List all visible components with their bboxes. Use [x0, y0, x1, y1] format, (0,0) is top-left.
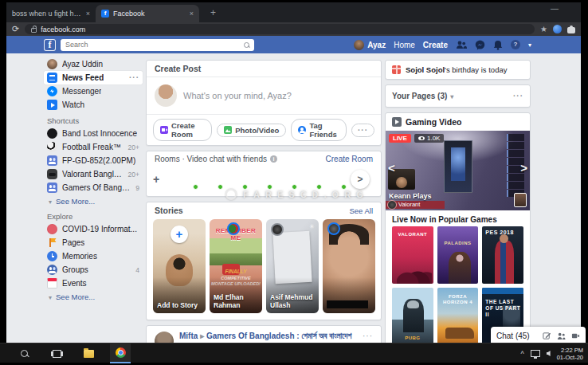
- extension-icon[interactable]: [553, 25, 562, 33]
- create-room-avatar-button[interactable]: [153, 169, 174, 190]
- game-cover-forza-horizon-4[interactable]: FORZA HORIZON 4: [437, 288, 479, 343]
- add-to-story-card[interactable]: Add to Story: [153, 219, 206, 313]
- explore-see-more-link[interactable]: See More...: [44, 290, 143, 303]
- rooms-avatar-row: [147, 167, 381, 196]
- extensions-puzzle-icon[interactable]: [567, 26, 575, 33]
- contacts-icon[interactable]: [557, 332, 566, 340]
- right-column: Sojol Sojol's birthday is today Your Pag…: [385, 60, 531, 343]
- story-card[interactable]: ✳ Asif Mehmud Ullash: [266, 219, 319, 313]
- sidebar-item-band-lost-innocence[interactable]: Band Lost Innocence: [44, 127, 143, 140]
- avatar: [354, 40, 364, 50]
- sidebar-item-fp-gd[interactable]: FP-GD-852(2.00PM): [44, 154, 143, 167]
- room-friend-avatar[interactable]: [326, 169, 347, 190]
- game-cover-pubg[interactable]: PUBG: [392, 288, 433, 343]
- pages-options-icon[interactable]: [513, 92, 523, 100]
- search-box[interactable]: [61, 39, 254, 51]
- room-friend-avatar[interactable]: [276, 169, 297, 190]
- file-explorer-button[interactable]: [78, 343, 99, 363]
- network-display-icon[interactable]: [531, 350, 540, 357]
- post-options-icon[interactable]: [363, 332, 373, 343]
- speaker-icon[interactable]: [547, 351, 551, 356]
- story-card[interactable]: REMEMBER ME FINALLY COMPETITIVE MONTAGE …: [210, 219, 262, 313]
- task-view-button[interactable]: [46, 343, 67, 363]
- sidebar-item-memories[interactable]: Memories: [44, 249, 143, 263]
- covid-icon: [47, 224, 57, 234]
- taskbar-search-button[interactable]: [14, 343, 35, 363]
- video-prev-chevron-icon[interactable]: [388, 161, 395, 175]
- bookmark-star-icon[interactable]: [540, 25, 547, 33]
- birthday-name[interactable]: Sojol Sojol: [406, 65, 445, 74]
- new-message-icon[interactable]: [543, 332, 551, 340]
- video-next-chevron-icon[interactable]: [520, 161, 527, 175]
- create-room-button[interactable]: Create Room: [153, 119, 212, 141]
- game-cover-pes-2018[interactable]: PES 2018: [482, 226, 523, 284]
- sidebar-item-groups[interactable]: Groups 4: [44, 263, 143, 277]
- tab-meme-video[interactable]: boss when u fight him VS th: [6, 5, 96, 22]
- room-friend-avatar[interactable]: [202, 169, 223, 190]
- help-icon[interactable]: ?: [511, 40, 520, 49]
- create-link[interactable]: Create: [423, 41, 448, 49]
- birthday-card[interactable]: Sojol Sojol's birthday is today: [385, 60, 531, 80]
- messenger-icon[interactable]: [475, 40, 485, 50]
- taskbar-clock[interactable]: 2:22 PM 01-Oct-20: [557, 347, 583, 361]
- post-author-avatar[interactable]: [155, 332, 174, 343]
- photo-video-button[interactable]: Photo/Video: [217, 124, 286, 137]
- sidebar-item-pages[interactable]: Pages: [44, 236, 143, 249]
- chrome-taskbar-button[interactable]: [110, 343, 131, 363]
- sidebar-item-football-freak[interactable]: Football Freak™ 20+: [44, 140, 143, 154]
- sidebar-item-gamers-of-bangladesh[interactable]: Gamers Of Bangla... 9: [44, 181, 143, 194]
- tray-expand-icon[interactable]: [520, 350, 523, 358]
- story-card[interactable]: [323, 219, 375, 313]
- sidebar-item-news-feed[interactable]: News Feed: [44, 71, 143, 84]
- sidebar-item-watch[interactable]: Watch: [44, 98, 143, 112]
- create-room-link[interactable]: Create Room: [326, 155, 373, 163]
- reload-icon[interactable]: [12, 25, 19, 33]
- live-video-player[interactable]: LIVE 1.0K Keann Plays Valorant: [386, 131, 530, 210]
- room-friend-avatar[interactable]: [252, 169, 272, 190]
- sidebar-item-valorant-bangladesh[interactable]: Valorant Banglades... 20+: [44, 167, 143, 181]
- groups-icon: [47, 265, 57, 275]
- close-icon[interactable]: [190, 10, 194, 18]
- game-cover-valorant[interactable]: VALORANT: [392, 226, 433, 284]
- sidebar-item-events[interactable]: Events: [44, 277, 143, 290]
- notifications-bell-icon[interactable]: [493, 40, 503, 50]
- profile-link[interactable]: Ayaz: [354, 40, 386, 50]
- your-pages-label[interactable]: Your Pages (3): [392, 92, 447, 100]
- close-icon[interactable]: [86, 10, 90, 18]
- create-post-input[interactable]: What's on your mind, Ayaz?: [147, 77, 381, 114]
- facebook-logo[interactable]: f: [44, 39, 56, 51]
- rooms-next-chevron-icon[interactable]: [351, 170, 370, 189]
- viewer-count: 1.0K: [414, 134, 444, 143]
- tab-facebook[interactable]: f Facebook: [96, 5, 199, 22]
- tag-friends-button[interactable]: Tag Friends: [291, 119, 347, 141]
- info-icon[interactable]: [270, 155, 277, 163]
- room-friend-avatar[interactable]: [178, 169, 198, 190]
- home-link[interactable]: Home: [394, 41, 415, 49]
- video-chat-icon[interactable]: [571, 332, 580, 340]
- search-icon[interactable]: [244, 42, 249, 48]
- post-group-link[interactable]: Gamers Of Bangladesh : গেমার্স অব বাংলাদ…: [206, 332, 351, 340]
- room-friend-avatar[interactable]: [301, 169, 322, 190]
- window-minimize-icon[interactable]: [551, 4, 559, 13]
- room-friend-avatar[interactable]: [227, 169, 248, 190]
- post-author-link[interactable]: Mifta: [179, 332, 198, 340]
- shortcuts-see-more-link[interactable]: See More...: [44, 194, 143, 207]
- sidebar-item-covid-info[interactable]: COVID-19 Informat...: [44, 222, 143, 236]
- sidebar-item-profile[interactable]: Ayaz Uddin: [44, 57, 143, 71]
- more-options-icon[interactable]: [129, 73, 139, 82]
- friend-requests-icon[interactable]: [456, 40, 467, 49]
- chat-label[interactable]: Chat (45): [496, 332, 537, 340]
- stories-see-all-link[interactable]: See All: [349, 206, 373, 215]
- streamer-name[interactable]: Keann Plays: [389, 192, 432, 200]
- more-actions-button[interactable]: [351, 124, 374, 137]
- chat-bar[interactable]: Chat (45): [491, 327, 586, 344]
- search-input[interactable]: [65, 41, 244, 49]
- chevron-down-icon[interactable]: [450, 92, 453, 100]
- sidebar-item-messenger[interactable]: Messenger: [44, 84, 143, 98]
- photo-icon: [224, 126, 232, 134]
- game-cover-paladins[interactable]: PALADINS: [437, 226, 479, 284]
- gamepad-icon: [47, 169, 57, 179]
- address-bar[interactable]: facebook.com: [25, 24, 535, 34]
- new-tab-icon[interactable]: [206, 5, 221, 22]
- account-menu-caret-icon[interactable]: [528, 41, 531, 49]
